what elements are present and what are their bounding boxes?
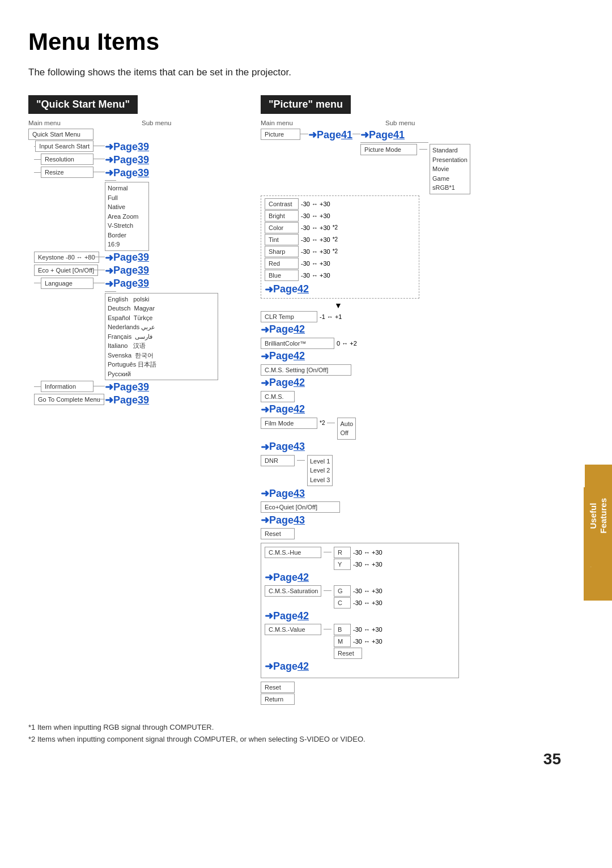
pic-cms-setting-box: C.M.S. Setting [On/Off] bbox=[261, 364, 351, 376]
cms-c-range: -30 ↔ +30 bbox=[353, 599, 382, 606]
pic-brilliant-box: BrilliantColor™ bbox=[261, 338, 334, 349]
useful-features-tab: UsefulFeatures bbox=[585, 465, 612, 567]
pic-down-arrow: ▼ bbox=[334, 301, 584, 310]
pic-main-box: Picture bbox=[261, 129, 300, 140]
cms-b-range: -30 ↔ +30 bbox=[353, 626, 382, 633]
qs-resolution-box: Resolution bbox=[41, 154, 94, 165]
pic-arrow-43b: ➜ Page 43 bbox=[261, 487, 305, 500]
footnote-1: *1 Item when inputting RGB signal throug… bbox=[28, 722, 584, 734]
page-container: UsefulFeatures Menu Items The following … bbox=[0, 0, 612, 791]
pic-arrow-42f: ➜ Page 42 bbox=[265, 571, 309, 584]
pic-sharp-range: -30 ↔ +30 bbox=[301, 248, 330, 255]
pic-color-range: -30 ↔ +30 bbox=[301, 224, 330, 231]
pic-reset-box: Reset bbox=[261, 528, 295, 539]
page-number: 35 bbox=[543, 750, 561, 768]
quick-start-header: "Quick Start Menu" bbox=[28, 95, 138, 114]
cms-r-range: -30 ↔ +30 bbox=[353, 549, 382, 556]
qs-arrow-4: ➜ Page 39 bbox=[105, 265, 149, 277]
qs-arrow-5: ➜ Page 39 bbox=[105, 278, 218, 290]
qs-arrow-7: ➜ Page 39 bbox=[105, 394, 149, 406]
qs-arrow-1: ➜ Page 39 bbox=[105, 154, 149, 166]
cms-g-range: -30 ↔ +30 bbox=[353, 588, 382, 594]
pic-adjustments-dashed: Contrast -30 ↔ +30 Bright -30 ↔ +30 Colo… bbox=[261, 195, 419, 299]
pic-tint-box: Tint bbox=[265, 234, 299, 245]
qs-input-search-box: Input Search Start bbox=[35, 141, 94, 152]
cms-b-box: B bbox=[334, 624, 351, 635]
pic-arrow-42a: ➜ Page 42 bbox=[265, 283, 309, 296]
cms-c-box: C bbox=[334, 597, 351, 609]
cms-m-box: M bbox=[334, 636, 351, 647]
cms-r-box: R bbox=[334, 547, 351, 558]
qs-diagram: Quick Start Menu Input Search Start ➜ Pa… bbox=[28, 129, 244, 406]
pic-spacer bbox=[306, 120, 385, 126]
footnotes: *1 Item when inputting RGB signal throug… bbox=[28, 722, 584, 746]
qs-eco-box: Eco + Quiet [On/Off] bbox=[34, 265, 98, 276]
pic-mode-box: Picture Mode bbox=[360, 144, 417, 155]
pic-cms-subsection: C.M.S.-Hue R -30 ↔ +30 Y -30 ↔ +30 bbox=[261, 543, 459, 678]
pic-cmssat-box: C.M.S.-Saturation bbox=[265, 585, 321, 597]
pic-sharp-box: Sharp bbox=[265, 246, 299, 257]
picture-menu-section: "Picture" menu Main menu Sub menu Pictur… bbox=[261, 95, 584, 705]
pic-cms-box: C.M.S. bbox=[261, 391, 295, 402]
pic-filmmode-sub: AutoOff bbox=[337, 418, 356, 440]
pic-cmsval-box: C.M.S.-Value bbox=[265, 624, 321, 635]
pic-blue-box: Blue bbox=[265, 270, 299, 281]
pic-blue-range: -30 ↔ +30 bbox=[301, 272, 330, 279]
qs-arrow-0: ➜ Page 39 bbox=[105, 141, 149, 153]
pic-contrast-range: -30 ↔ +30 bbox=[301, 201, 330, 207]
qs-arrow-2: ➜ Page 39 bbox=[105, 167, 149, 179]
pic-bottom-return: Return bbox=[261, 693, 295, 705]
pic-arrow-42d: ➜ Page 42 bbox=[261, 377, 305, 389]
pic-arrow-43c: ➜ Page 43 bbox=[261, 514, 305, 526]
pic-diagram: Picture ➜ Page 41 ➜ Page 41 bbox=[261, 129, 584, 705]
qs-sub-label: Sub menu bbox=[142, 120, 171, 126]
pic-brilliant-range: 0 ↔ +2 bbox=[337, 340, 357, 347]
qs-keystone-box: Keystone -80 ↔ +80 bbox=[34, 252, 99, 263]
pic-bottom-reset: Reset bbox=[261, 682, 295, 693]
pic-clrtemp-range: -1 ↔ +1 bbox=[320, 313, 342, 320]
cms-g-box: G bbox=[334, 585, 351, 597]
pic-arrow-43a: ➜ Page 43 bbox=[261, 441, 305, 453]
qs-spacer bbox=[96, 120, 142, 126]
pic-sub-label: Sub menu bbox=[385, 120, 415, 126]
picture-header: "Picture" menu bbox=[261, 95, 351, 114]
qs-main-box-0: Quick Start Menu bbox=[28, 129, 94, 140]
pic-arrow-42c: ➜ Page 42 bbox=[261, 350, 305, 363]
qs-arrow-6: ➜ Page 39 bbox=[105, 381, 149, 393]
pic-arrow-42g: ➜ Page 42 bbox=[265, 610, 309, 622]
pic-dnr-box: DNR bbox=[261, 455, 295, 466]
pic-eco-box: Eco+Quiet [On/Off] bbox=[261, 501, 340, 513]
pic-filmmode-box: Film Mode bbox=[261, 418, 317, 429]
pic-bright-box: Bright bbox=[265, 210, 299, 222]
pic-tint-range: -30 ↔ +30 bbox=[301, 236, 330, 243]
pic-main-label: Main menu bbox=[261, 120, 306, 126]
pic-arrow-42h: ➜ Page 42 bbox=[265, 660, 309, 673]
qs-resize-box: Resize bbox=[41, 167, 94, 178]
quick-start-section: "Quick Start Menu" Main menu Sub menu Qu… bbox=[28, 95, 244, 407]
pic-color-note: *2 bbox=[333, 224, 338, 231]
qs-language-sub: English polski Deutsch Magyar Español Tü… bbox=[105, 293, 218, 381]
pic-bright-range: -30 ↔ +30 bbox=[301, 212, 330, 219]
pic-mode-sub: StandardPresentationMovieGamesRGB*1 bbox=[430, 144, 470, 194]
pic-cmshue-box: C.M.S.-Hue bbox=[265, 547, 321, 558]
qs-arrow-3: ➜ Page 39 bbox=[105, 252, 149, 264]
pic-tint-note: *2 bbox=[333, 236, 338, 242]
pic-arrow-42b: ➜ Page 42 bbox=[261, 324, 305, 336]
pic-filmmode-note: *2 bbox=[320, 420, 325, 426]
qs-information-box: Information bbox=[41, 381, 94, 392]
pic-arrow-41b: ➜ Page 41 bbox=[360, 129, 470, 141]
cms-reset-inner-box: Reset bbox=[334, 648, 362, 659]
pic-arrow-41a: ➜ Page 41 bbox=[308, 129, 352, 141]
qs-language-box: Language bbox=[41, 278, 94, 289]
pic-arrow-42e: ➜ Page 42 bbox=[261, 403, 305, 416]
qs-resize-sub: NormalFullNativeArea ZoomV-StretchBorder… bbox=[105, 182, 149, 251]
pic-clrtemp-box: CLR Temp bbox=[261, 311, 317, 322]
pic-red-range: -30 ↔ +30 bbox=[301, 260, 330, 267]
cms-y-range: -30 ↔ +30 bbox=[353, 561, 382, 568]
pic-red-box: Red bbox=[265, 258, 299, 269]
pic-contrast-box: Contrast bbox=[265, 198, 299, 210]
pic-dnr-sub: Level 1Level 2Level 3 bbox=[307, 455, 333, 487]
cms-m-range: -30 ↔ +30 bbox=[353, 638, 382, 645]
pic-sharp-note: *2 bbox=[333, 248, 338, 254]
cms-y-box: Y bbox=[334, 559, 351, 570]
